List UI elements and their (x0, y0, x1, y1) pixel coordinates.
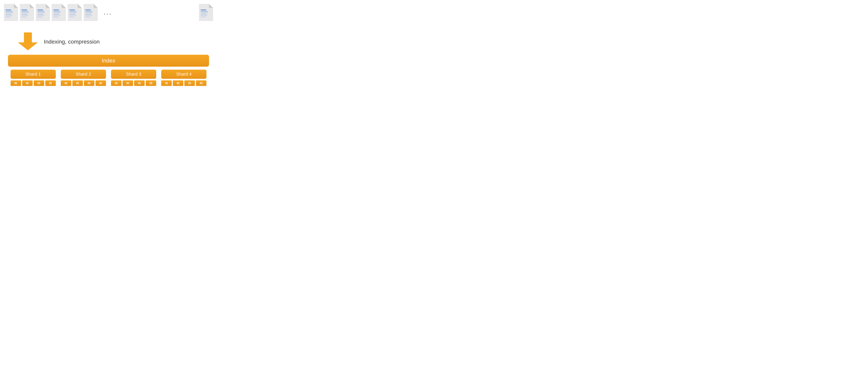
id-box: ID (123, 80, 133, 86)
svg-rect-31 (53, 17, 58, 17)
document-icon-3 (36, 4, 50, 21)
svg-marker-1 (14, 4, 18, 8)
svg-marker-9 (30, 4, 34, 8)
svg-rect-11 (22, 11, 29, 12)
id-box: ID (61, 80, 71, 86)
svg-rect-46 (85, 15, 92, 16)
svg-rect-10 (22, 9, 27, 10)
svg-rect-35 (69, 11, 76, 12)
document-icon-7 (199, 4, 213, 21)
id-box: ID (111, 80, 122, 86)
id-box: ID (72, 80, 83, 86)
svg-rect-45 (85, 14, 91, 14)
svg-rect-51 (201, 11, 208, 12)
arrow-wrapper: Indexing, compression (18, 32, 38, 51)
svg-rect-36 (69, 12, 76, 13)
svg-rect-56 (24, 32, 32, 42)
svg-rect-4 (6, 12, 13, 13)
svg-marker-41 (94, 4, 98, 8)
svg-rect-6 (6, 15, 12, 16)
id-box: ID (134, 80, 145, 86)
shard-4-label: Shard 4 (161, 70, 207, 79)
svg-rect-20 (37, 12, 44, 13)
svg-marker-33 (78, 4, 82, 8)
svg-rect-27 (53, 11, 61, 12)
shard-2-ids: ID ID ID ID (61, 80, 106, 86)
svg-rect-2 (6, 9, 11, 10)
svg-rect-52 (201, 12, 208, 13)
svg-rect-34 (69, 9, 75, 10)
svg-rect-29 (53, 14, 59, 14)
svg-rect-30 (53, 15, 60, 16)
svg-rect-23 (37, 17, 42, 17)
id-box: ID (22, 80, 33, 86)
id-box: ID (10, 80, 21, 86)
id-box: ID (184, 80, 195, 86)
svg-rect-3 (6, 11, 13, 12)
shard-1-label: Shard 1 (10, 70, 56, 79)
svg-rect-28 (53, 12, 61, 13)
svg-rect-53 (201, 14, 207, 14)
shard-3-ids: ID ID ID ID (111, 80, 156, 86)
document-icon-6 (84, 4, 98, 21)
svg-rect-13 (22, 14, 28, 14)
svg-rect-5 (6, 14, 11, 14)
id-box: ID (34, 80, 44, 86)
diagram: ... Indexing, compression (0, 0, 217, 97)
id-box: ID (95, 80, 106, 86)
shard-group-4: Shard 4 ID ID ID ID (159, 70, 209, 86)
shard-group-2: Shard 2 ID ID ID ID (58, 70, 108, 86)
svg-rect-38 (69, 15, 76, 16)
id-box: ID (173, 80, 183, 86)
id-box: ID (161, 80, 172, 86)
svg-rect-50 (201, 9, 206, 10)
document-group-left (4, 4, 98, 21)
shards-container: Shard 1 ID ID ID ID Shard 2 ID ID ID ID (4, 67, 213, 86)
svg-rect-44 (85, 12, 92, 13)
ellipsis: ... (100, 8, 116, 16)
shard-4-ids: ID ID ID ID (161, 80, 207, 86)
svg-rect-21 (37, 14, 43, 14)
svg-marker-17 (46, 4, 50, 8)
id-box: ID (196, 80, 207, 86)
document-icon-1 (4, 4, 18, 21)
shard-group-1: Shard 1 ID ID ID ID (8, 70, 58, 86)
document-icon-2 (20, 4, 34, 21)
shard-1-ids: ID ID ID ID (10, 80, 56, 86)
svg-rect-42 (85, 9, 91, 10)
shard-3-label: Shard 3 (111, 70, 156, 79)
down-arrow-icon (18, 32, 38, 50)
svg-rect-26 (53, 9, 59, 10)
svg-rect-54 (201, 15, 208, 16)
process-label: Indexing, compression (44, 39, 100, 45)
documents-section: ... (0, 0, 217, 32)
svg-rect-18 (37, 9, 43, 10)
svg-rect-14 (22, 15, 28, 16)
svg-marker-57 (18, 42, 38, 50)
svg-rect-12 (22, 12, 29, 13)
document-icon-5 (68, 4, 82, 21)
svg-marker-49 (209, 4, 213, 8)
shard-2-label: Shard 2 (61, 70, 106, 79)
id-box: ID (45, 80, 56, 86)
arrow-section: Indexing, compression (0, 32, 217, 52)
svg-rect-47 (85, 17, 90, 17)
shard-group-3: Shard 3 ID ID ID ID (108, 70, 159, 86)
svg-rect-22 (37, 15, 44, 16)
svg-rect-39 (69, 17, 74, 17)
id-box: ID (84, 80, 94, 86)
svg-marker-25 (62, 4, 66, 8)
svg-rect-55 (201, 17, 206, 17)
svg-rect-7 (6, 17, 10, 17)
index-label: Index (102, 58, 115, 64)
svg-rect-19 (37, 11, 44, 12)
svg-rect-15 (22, 17, 27, 17)
index-bar: Index (8, 55, 209, 67)
index-section: Index Shard 1 ID ID ID ID Shard 2 ID ID … (0, 55, 217, 86)
document-icon-4 (52, 4, 66, 21)
id-box: ID (146, 80, 156, 86)
svg-rect-37 (69, 14, 75, 14)
svg-rect-43 (85, 11, 92, 12)
